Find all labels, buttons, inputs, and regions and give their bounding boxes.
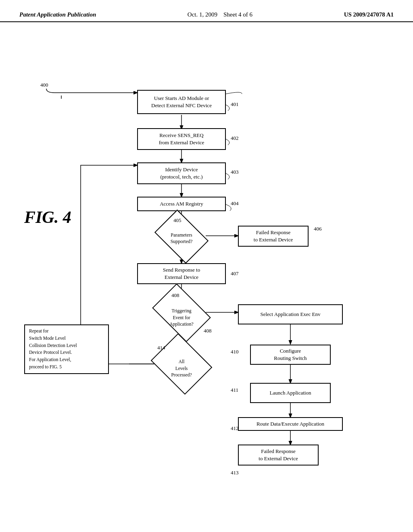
box-406: Failed Response to External Device	[238, 226, 309, 247]
patent-number: US 2009/247078 A1	[344, 11, 394, 18]
page-header: Patent Application Publication Oct. 1, 2…	[0, 0, 413, 22]
box-407: Send Response to External Device	[137, 263, 226, 284]
label-num-405: 405	[173, 217, 181, 224]
label-num-411: 411	[231, 387, 238, 393]
label-num-412: 412	[231, 425, 239, 432]
box-409: Select Application Exec Env	[238, 304, 343, 324]
fig-label: FIG. 4	[24, 208, 71, 227]
diagram-area: 400 FIG. 4 User Starts AD Module or Dete…	[0, 22, 413, 514]
publication-title: Patent Application Publication	[19, 11, 96, 18]
box-402: Receive SENS_REQ from External Device	[137, 128, 226, 150]
label-num-409: 408	[204, 328, 212, 334]
label-num-407: 407	[231, 270, 239, 277]
box-404: Access AM Registry	[137, 197, 226, 211]
side-note-box: Repeat for Switch Mode Level Collision D…	[24, 324, 109, 374]
box-401: User Starts AD Module or Detect External…	[137, 90, 226, 114]
label-num-408: 408	[171, 292, 179, 299]
box-411: Launch Application	[250, 383, 331, 403]
diamond-408: Triggering Event for Application?	[157, 295, 206, 330]
diamond-405: Parameters Supported?	[159, 220, 204, 253]
box-410: Configure Routing Switch	[250, 345, 331, 365]
label-num-402: 402	[231, 135, 239, 141]
label-num-403: 403	[231, 169, 239, 175]
box-403: Identify Device (protocol, tech, etc.)	[137, 162, 226, 184]
label-num-406: 406	[314, 226, 322, 232]
label-num-413: 413	[231, 470, 239, 476]
label-num-410: 410	[231, 349, 239, 355]
box-413: Failed Response to External Device	[238, 445, 319, 466]
label-num-404: 404	[231, 200, 239, 207]
label-num-414: 414	[157, 345, 165, 351]
label-num-401: 401	[231, 101, 239, 108]
box-412: Route Data/Execute Application	[238, 417, 343, 431]
publication-date: Oct. 1, 2009 Sheet 4 of 6	[188, 11, 252, 18]
label-400: 400	[40, 82, 48, 88]
